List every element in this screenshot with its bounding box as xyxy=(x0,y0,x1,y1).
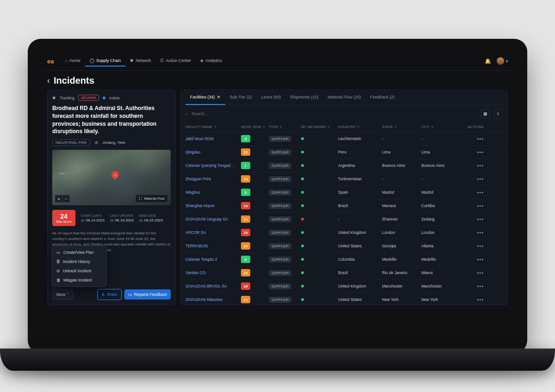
row-actions-button[interactable]: ••• xyxy=(461,270,484,276)
col-country[interactable]: COUNTRY⇅ xyxy=(338,125,382,129)
tab-label: Lanes (50) xyxy=(261,95,281,99)
risk-score-box: 24 Risk Score xyxy=(52,210,75,226)
col-city[interactable]: CITY⇅ xyxy=(421,125,461,129)
cell-state: Georgia xyxy=(382,244,421,248)
row-actions-button[interactable]: ••• xyxy=(461,216,484,222)
table-row: ARCOR SA19SUPPLIERUnited KingdomLondonLo… xyxy=(181,226,507,239)
chevron-down-icon: ▾ xyxy=(506,59,508,63)
facility-link[interactable]: Celanse Tongdu 2 xyxy=(185,257,236,262)
share-icon: ⋔ xyxy=(101,292,105,297)
share-button[interactable]: ⋔ Share xyxy=(97,289,122,300)
facility-link[interactable]: Jabil Wuxi ODM xyxy=(185,136,236,141)
tab-feedback-[interactable]: Feedback (2) xyxy=(365,90,399,105)
facility-link[interactable]: Qingdao xyxy=(185,150,236,154)
tab-facilities-[interactable]: Facilities (34)✕ xyxy=(185,90,225,105)
back-button[interactable]: ‹ xyxy=(47,76,50,86)
page-title: Incidents xyxy=(54,75,94,86)
risk-badge: 12 xyxy=(241,148,250,156)
row-actions-button[interactable]: ••• xyxy=(461,230,484,235)
ctx-create-view-plan[interactable]: ▭Create/View Plan xyxy=(54,248,105,257)
col-label: FACILITY NAME xyxy=(185,125,213,129)
col-state[interactable]: STATE⇅ xyxy=(382,125,421,129)
facility-link[interactable]: ARCOR SA xyxy=(185,230,236,235)
row-actions-button[interactable]: ••• xyxy=(461,136,484,141)
col-my-network[interactable]: MY NETWORK⇅ xyxy=(301,125,338,129)
zoom-out-button[interactable]: − xyxy=(62,195,70,202)
row-actions-button[interactable]: ••• xyxy=(461,176,484,182)
ctx-incident-history[interactable]: ≣Incident History xyxy=(54,257,105,266)
row-actions-button[interactable]: ••• xyxy=(461,190,484,195)
zoom-in-button[interactable]: + xyxy=(55,195,62,202)
facility-link[interactable]: Shanghai Airport xyxy=(185,203,236,208)
row-actions-button[interactable]: ••• xyxy=(461,243,484,249)
facility-link[interactable]: Zheigyan Print xyxy=(185,177,236,181)
last-update: 06.18.2023 xyxy=(115,218,134,222)
ctx-mitigate-incident[interactable]: 🗑Mitigate Incident xyxy=(54,276,105,285)
material-flow-button[interactable]: ⛶ Material Flow xyxy=(136,195,168,202)
brand-logo: ea xyxy=(47,58,54,65)
row-actions-button[interactable]: ••• xyxy=(461,149,484,155)
col-label: ACTIONS xyxy=(468,125,484,129)
row-actions-button[interactable]: ••• xyxy=(461,203,484,208)
nav-icon: ✱ xyxy=(130,58,134,63)
facility-link[interactable]: TERRABUSI xyxy=(185,244,236,248)
col-actions[interactable]: ACTIONS xyxy=(461,125,484,129)
nav-analytics[interactable]: ◈Analytics xyxy=(196,55,227,67)
col-label: INCID. RISK xyxy=(241,125,261,129)
notifications-icon[interactable]: 🔔 xyxy=(485,58,491,64)
facility-link[interactable]: Yantian CO. xyxy=(185,270,236,275)
row-actions-button[interactable]: ••• xyxy=(461,163,484,168)
tab-material-flow-[interactable]: Material Flow (15) xyxy=(323,90,365,105)
start-date: 06.14.2023 xyxy=(86,218,105,222)
row-actions-button[interactable]: ••• xyxy=(461,283,484,289)
tab-sub-tier-[interactable]: Sub-Tier (2) xyxy=(225,90,257,105)
map-pin-fire-icon: ♨ xyxy=(110,169,121,180)
incident-map[interactable]: TIBET ♨ + − ⛶ Material Flow xyxy=(52,150,171,205)
facility-link[interactable]: Ningboo xyxy=(185,190,236,195)
risk-badge: 3 xyxy=(241,135,250,142)
facility-link[interactable]: GIVAUDAN BRASIL SA xyxy=(185,284,236,288)
ctx-untrack-incident[interactable]: ⊘Untrack Incident xyxy=(54,266,105,276)
cell-country: Spain xyxy=(338,190,382,195)
cell-state: Madrid xyxy=(382,190,421,195)
cell-country: Argentina xyxy=(338,163,382,168)
row-actions-button[interactable]: ••• xyxy=(461,257,484,262)
row-actions-button[interactable]: ••• xyxy=(461,297,484,302)
facility-link[interactable]: GIVAUDAN Uruguay SA xyxy=(185,217,236,221)
nav-action-center[interactable]: ☰Action Center xyxy=(155,55,196,67)
table-row: Zheigyan Print14SUPPLIERTurkmenistan--••… xyxy=(181,172,507,186)
sort-icon: ⇅ xyxy=(327,125,330,129)
nav-home[interactable]: ⌂Home xyxy=(60,55,85,67)
columns-button[interactable]: ▦ xyxy=(481,109,490,118)
more-button[interactable]: More ˄ xyxy=(52,289,73,300)
col-type[interactable]: TYPE⇅ xyxy=(269,125,301,129)
risk-badge: 14 xyxy=(241,269,250,276)
facility-link[interactable]: GIVAUDAN Misiones xyxy=(185,297,236,302)
nav-network[interactable]: ✱Network xyxy=(125,55,155,67)
fullscreen-icon: ⛶ xyxy=(139,196,142,201)
cell-city: - xyxy=(421,177,461,181)
network-status-dot xyxy=(301,271,304,274)
table-header: FACILITY NAME⇅INCID. RISK⇅TYPE⇅MY NETWOR… xyxy=(181,122,507,132)
export-button[interactable]: ⇩ xyxy=(493,109,503,118)
end-date-header: END DATE xyxy=(139,214,163,217)
cell-city: Madrid xyxy=(421,190,461,195)
facilities-table: FACILITY NAME⇅INCID. RISK⇅TYPE⇅MY NETWOR… xyxy=(181,122,507,305)
request-feedback-button[interactable]: ▭ Request Feedback xyxy=(124,289,171,300)
cell-city: New York xyxy=(421,297,461,302)
risk-badge: 19 xyxy=(241,282,250,290)
tab-shipments-[interactable]: Shipments (12) xyxy=(285,90,323,105)
tab-close-icon[interactable]: ✕ xyxy=(217,95,221,99)
search-input[interactable] xyxy=(191,111,477,116)
cell-city: Manchester xyxy=(421,284,461,288)
col-label: TYPE xyxy=(269,125,278,129)
facility-link[interactable]: Celanse Quinying Tongadel... xyxy=(185,163,236,168)
col-incid-risk[interactable]: INCID. RISK⇅ xyxy=(241,125,269,129)
user-menu[interactable]: ▾ xyxy=(497,57,508,65)
cell-country: United Kingdom xyxy=(338,230,382,235)
nav-supply-chain[interactable]: ◯Supply Chain xyxy=(85,55,126,67)
sort-icon: ⇅ xyxy=(395,125,397,129)
ctx-icon: ▭ xyxy=(56,250,61,255)
col-facility-name[interactable]: FACILITY NAME⇅ xyxy=(185,125,241,129)
tab-lanes-[interactable]: Lanes (50) xyxy=(256,90,285,105)
